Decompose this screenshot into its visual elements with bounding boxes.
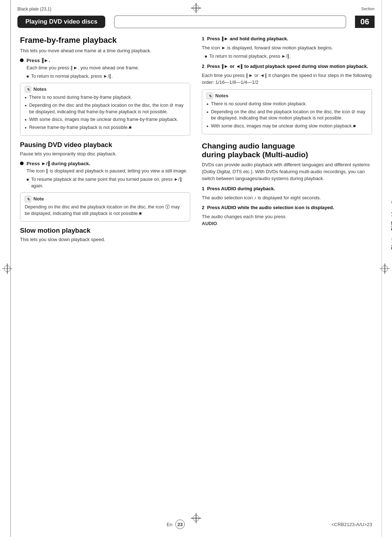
audio-step-1-heading: 1 Press AUDIO during playback.: [202, 186, 275, 191]
changing-audio-heading: Changing audio language during playback …: [202, 142, 372, 159]
audio-step-1-body: The audio selection icon ♪ is displayed …: [202, 195, 372, 202]
left-column: Frame-by-frame playback This lets you mo…: [20, 32, 190, 245]
pausing-intro: Pause lets you temporarily stop disc pla…: [20, 151, 190, 158]
slow-step-2-heading: 2 Press ‖► or ◄‖ to adjust playback spee…: [202, 64, 368, 69]
audio-step-2: 2 Press AUDIO while the audio selection …: [202, 204, 372, 211]
press-text-frame: Press ‖►.: [26, 57, 50, 63]
note-item-slow-1: • There is no sound during slow motion p…: [207, 101, 367, 107]
slow-step-1: 1 Press ‖► and hold during playback.: [202, 36, 372, 42]
slow-motion-steps: 1 Press ‖► and hold during playback. The…: [202, 36, 372, 134]
changing-audio-heading-line2: during playback (Multi-audio): [202, 150, 308, 159]
slow-step-1-body: The icon ► is displayed, forward slow mo…: [202, 45, 372, 52]
left-border: [10, 0, 11, 537]
note-text-frame-4: Reverse frame-by-frame playback is not p…: [29, 125, 131, 131]
section-info: Section: [361, 7, 375, 11]
notes-box-frame: ✎ Notes • There is no sound during frame…: [20, 83, 190, 136]
note-icon-frame: ✎: [25, 86, 31, 93]
sub-bullet-frame: ■ To return to normal playback, press ►/…: [26, 73, 190, 80]
pausing-heading: Pausing DVD video playback: [20, 141, 190, 149]
press-body-pause: The icon ‖ is displayed and playback is …: [26, 168, 190, 175]
notes-label-frame: Notes: [33, 86, 46, 93]
slow-motion-intro: This lets you slow down playback speed.: [20, 236, 190, 243]
black-plate-label: Black plate (23,1): [17, 7, 51, 12]
sub-bullet-mark-pause: ■: [26, 177, 29, 182]
side-text-wrapper: Playing DVD video discs: [385, 102, 392, 283]
bottom-bar: En 23 <CRB2123-A/U>23: [0, 520, 392, 529]
note-item-frame-1: • There is no sound during frame-by-fram…: [25, 94, 185, 101]
note-box-pause: ✎ Note Depending on the disc and the pla…: [20, 192, 190, 221]
audio-step-2-body: The audio changes each time you press AU…: [202, 213, 372, 227]
main-content: Frame-by-frame playback This lets you mo…: [0, 28, 392, 245]
audio-bold: AUDIO: [202, 221, 217, 226]
slow-step-1-heading: 1 Press ‖► and hold during playback.: [202, 36, 288, 41]
slow-step-2-body: Each time you press ‖► or ◄‖ it changes …: [202, 72, 372, 86]
en-label: En: [167, 522, 172, 527]
note-text-frame-1: There is no sound during frame-by-frame …: [29, 94, 132, 101]
sub-bullet-text-frame: To return to normal playback, press ►/‖.: [31, 73, 113, 80]
sub-bullet-text-pause: To resume playback at the same point tha…: [31, 176, 190, 189]
press-body-frame: Each time you press ‖►, you move ahead o…: [26, 65, 190, 72]
note-dot-frame-2: •: [25, 102, 26, 109]
note-item-slow-3: • With some discs, images may be unclear…: [207, 123, 367, 130]
slow-step-2: 2 Press ‖► or ◄‖ to adjust playback spee…: [202, 63, 372, 70]
changing-audio-heading-line1: Changing audio language: [202, 142, 295, 150]
notes-box-slow: ✎ Notes • There is no sound during slow …: [202, 89, 372, 134]
slow-motion-heading: Slow motion playback: [20, 227, 190, 235]
note-text-pause-1: Depending on the disc and the playback l…: [25, 204, 185, 217]
frame-by-frame-intro: This lets you move ahead one frame at a …: [20, 48, 190, 54]
sub-bullet-slow-1: ■ To return to normal playback, press ►/…: [205, 53, 372, 60]
note-text-slow-2: Depending on the disc and the playback l…: [211, 109, 367, 122]
note-icon-slow: ✎: [207, 93, 213, 99]
note-dot-frame-1: •: [25, 94, 26, 101]
sub-bullet-text-slow-1: To return to normal playback, press ►/‖.: [209, 53, 291, 60]
top-bar: Black plate (23,1) Section: [0, 0, 392, 12]
note-text-slow-3: With some discs, images may be unclear d…: [211, 123, 356, 130]
note-item-frame-4: • Reverse frame-by-frame playback is not…: [25, 125, 185, 131]
section-label: Section: [361, 7, 375, 11]
note-text-frame-2: Depending on the disc and the playback l…: [29, 102, 185, 115]
note-text-frame-3: With some discs, images may be unclear d…: [29, 117, 178, 123]
note-item-frame-3: • With some discs, images may be unclear…: [25, 117, 185, 123]
note-item-slow-2: • Depending on the disc and the playback…: [207, 109, 367, 122]
bottom-code: <CRB2123-A/U>23: [331, 522, 372, 527]
note-dot-frame-4: •: [25, 125, 26, 131]
sub-bullet-mark-frame: ■: [26, 74, 29, 79]
note-dot-slow-1: •: [207, 101, 208, 107]
audio-step-1: 1 Press AUDIO during playback.: [202, 186, 372, 192]
bottom-page: En 23: [167, 520, 185, 529]
section-number: 06: [355, 16, 375, 28]
press-dot-frame: [20, 58, 24, 62]
side-text: Playing DVD video discs: [391, 192, 392, 249]
press-text-pause: Press ►/‖ during playback.: [26, 160, 90, 166]
note-dot-slow-3: •: [207, 123, 208, 130]
frame-by-frame-heading: Frame-by-frame playback: [20, 36, 190, 45]
note-header-pause: ✎ Note: [25, 196, 185, 202]
notes-header-frame: ✎ Notes: [25, 86, 185, 93]
right-column: 1 Press ‖► and hold during playback. The…: [202, 32, 372, 245]
notes-label-slow: Notes: [215, 93, 228, 99]
note-item-frame-2: • Depending on the disc and the playback…: [25, 102, 185, 115]
title-band: Playing DVD video discs 06: [17, 15, 375, 28]
changing-audio-intro: DVDs can provide audio playback with dif…: [202, 162, 372, 182]
crosshair-left: [2, 264, 12, 274]
notes-header-slow: ✎ Notes: [207, 93, 367, 99]
press-dot-pause: [20, 162, 24, 165]
title-right-box: [114, 15, 346, 28]
note-item-pause-1: Depending on the disc and the playback l…: [25, 204, 185, 217]
note-dot-slow-2: •: [207, 109, 208, 115]
sub-bullet-mark-slow-1: ■: [205, 54, 207, 59]
page: Black plate (23,1) Section Playing DVD v…: [0, 0, 392, 537]
page-number: 23: [175, 520, 185, 529]
press-heading-frame: Press ‖►.: [20, 57, 190, 63]
note-text-slow-1: There is no sound during slow motion pla…: [211, 101, 307, 107]
press-heading-pause: Press ►/‖ during playback.: [20, 160, 190, 166]
page-title: Playing DVD video discs: [17, 16, 105, 28]
audio-step-2-heading: 2 Press AUDIO while the audio selection …: [202, 205, 334, 210]
right-border: [381, 0, 382, 537]
note-label-pause: Note: [33, 196, 44, 202]
note-dot-frame-3: •: [25, 117, 26, 123]
note-icon-pause: ✎: [25, 196, 31, 202]
sub-bullet-pause: ■ To resume playback at the same point t…: [26, 176, 190, 189]
